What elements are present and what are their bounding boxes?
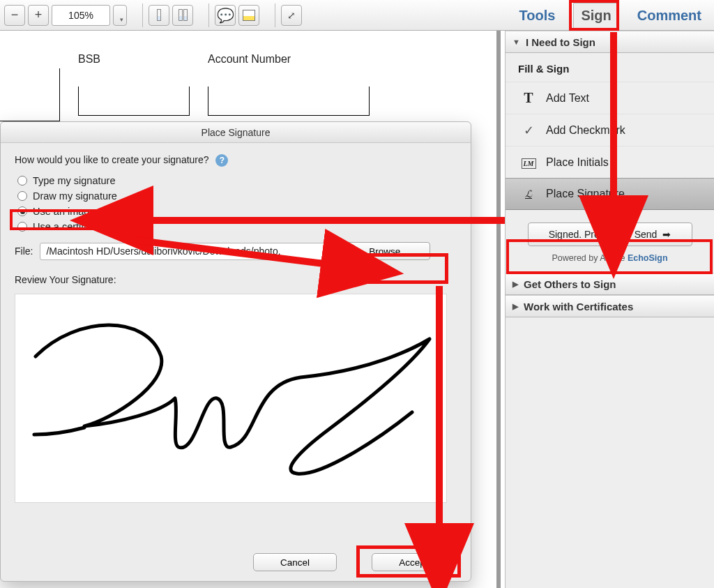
- dialog-title: Place Signature: [1, 122, 471, 143]
- checkmark-icon: ✓: [521, 123, 536, 138]
- radio-icon-selected: [17, 206, 27, 216]
- powered-by-text: Powered by Adobe EchoSign: [506, 253, 714, 263]
- accept-button[interactable]: Accept: [372, 553, 455, 571]
- radio-draw-signature[interactable]: Draw my signature: [17, 190, 457, 202]
- place-signature-dialog: Place Signature How would you like to cr…: [0, 121, 471, 582]
- form-field-account: Account Number: [208, 53, 370, 116]
- arrow-right-icon: ➡: [662, 229, 671, 240]
- radio-icon: [17, 222, 27, 232]
- chevron-down-icon: ▼: [512, 38, 520, 46]
- browse-button[interactable]: Browse...: [347, 242, 430, 260]
- fit-page-icon: [178, 9, 188, 21]
- radio-type-label: Type my signature: [33, 175, 115, 186]
- chevron-right-icon: ▶: [512, 280, 518, 289]
- review-signature-label: Review Your Signature:: [15, 274, 457, 285]
- radio-use-certificate[interactable]: Use a certificate: [17, 221, 457, 232]
- zoom-out-button[interactable]: −: [4, 5, 25, 26]
- radio-use-image[interactable]: Use an image: [17, 206, 457, 217]
- add-checkmark-item[interactable]: ✓ Add Checkmark: [506, 114, 714, 146]
- get-others-header[interactable]: ▶ Get Others to Sign: [506, 273, 714, 295]
- bsb-label: BSB: [78, 53, 190, 66]
- add-text-label: Add Text: [546, 92, 589, 105]
- signature-preview: [15, 294, 447, 503]
- form-field-bsb: BSB: [78, 53, 190, 116]
- work-with-certificates-header[interactable]: ▶ Work with Certificates: [506, 295, 714, 317]
- right-panel: ▼ I Need to Sign Fill & Sign T Add Text …: [505, 31, 714, 588]
- get-others-label: Get Others to Sign: [524, 278, 616, 290]
- fit-width-icon: [157, 9, 161, 21]
- zoom-field[interactable]: 105%: [52, 5, 110, 26]
- fit-width-button[interactable]: [149, 5, 169, 26]
- highlight-icon: [243, 10, 255, 21]
- speech-bubble-icon: 💬: [217, 7, 234, 24]
- fullscreen-button[interactable]: ⤢: [281, 5, 302, 26]
- place-signature-item[interactable]: ℒ Place Signature: [506, 178, 714, 210]
- echosign-link[interactable]: EchoSign: [628, 253, 668, 263]
- fit-page-button[interactable]: [172, 5, 193, 26]
- sign-tab[interactable]: Sign: [573, 3, 618, 28]
- help-icon[interactable]: ?: [215, 154, 228, 167]
- file-path-value: /Macintosh HD/Users/daliborivkovic/Downl…: [46, 246, 280, 257]
- proceed-to-send-button[interactable]: Signed. Proceed to Send ➡: [528, 223, 692, 246]
- account-input-box[interactable]: [208, 86, 370, 116]
- radio-icon: [17, 176, 27, 186]
- add-text-item[interactable]: T Add Text: [506, 82, 714, 114]
- initials-icon: LM: [521, 156, 536, 169]
- work-certs-label: Work with Certificates: [524, 301, 633, 312]
- comment-tab[interactable]: Comment: [630, 3, 708, 28]
- toolbar-separator: [275, 3, 275, 27]
- tools-tab[interactable]: Tools: [512, 3, 563, 28]
- zoom-dropdown[interactable]: [113, 5, 127, 26]
- radio-draw-label: Draw my signature: [33, 190, 117, 202]
- signature-icon: ℒ: [521, 188, 536, 200]
- account-label: Account Number: [208, 53, 370, 66]
- i-need-to-sign-label: I Need to Sign: [526, 36, 595, 48]
- radio-image-label: Use an image: [33, 206, 95, 217]
- dialog-prompt: How would you like to create your signat…: [15, 154, 457, 167]
- text-icon: T: [521, 90, 536, 106]
- highlight-button[interactable]: [238, 5, 259, 26]
- chevron-right-icon: ▶: [512, 302, 518, 311]
- signature-image: [22, 308, 440, 489]
- place-initials-label: Place Initials: [546, 156, 609, 169]
- place-signature-label: Place Signature: [546, 188, 625, 200]
- i-need-to-sign-header[interactable]: ▼ I Need to Sign: [506, 31, 714, 53]
- form-field-partial: [0, 68, 60, 121]
- zoom-value: 105%: [68, 10, 93, 21]
- powered-prefix: Powered by Adobe: [552, 253, 627, 263]
- proceed-label: Signed. Proceed to Send: [549, 229, 658, 240]
- zoom-in-button[interactable]: +: [28, 5, 49, 26]
- fill-sign-label: Fill & Sign: [506, 53, 714, 82]
- comment-bubble-button[interactable]: 💬: [215, 5, 236, 26]
- prompt-text: How would you like to create your signat…: [15, 154, 209, 165]
- add-checkmark-label: Add Checkmark: [546, 124, 625, 137]
- toolbar-separator: [208, 3, 209, 27]
- place-initials-item[interactable]: LM Place Initials: [506, 146, 714, 178]
- file-path-input[interactable]: /Macintosh HD/Users/daliborivkovic/Downl…: [40, 243, 340, 260]
- cancel-button[interactable]: Cancel: [253, 553, 337, 571]
- radio-cert-label: Use a certificate: [33, 221, 105, 232]
- top-tabs: Tools Sign Comment: [512, 0, 708, 31]
- bsb-input-box[interactable]: [78, 86, 190, 116]
- toolbar-separator: [142, 3, 143, 27]
- expand-icon: ⤢: [287, 10, 296, 21]
- file-label: File:: [15, 246, 33, 257]
- radio-type-signature[interactable]: Type my signature: [17, 175, 457, 186]
- radio-icon: [17, 191, 27, 201]
